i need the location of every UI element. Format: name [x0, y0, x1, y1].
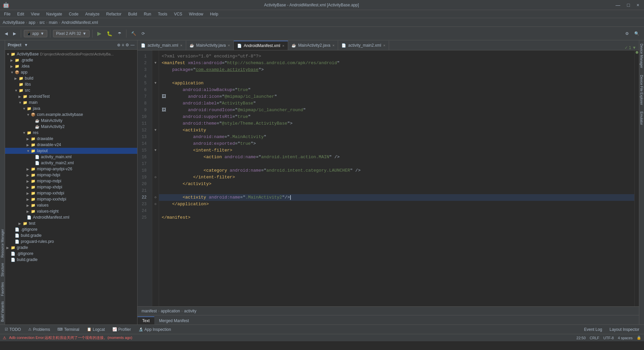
build-button[interactable]: 🔨: [129, 30, 138, 37]
favorites-tab[interactable]: Favorites: [0, 279, 5, 299]
settings-button[interactable]: ⚙: [623, 30, 631, 37]
status-indent[interactable]: 4 spaces: [618, 336, 633, 340]
breadcrumb-project[interactable]: ActivityBase: [3, 20, 24, 25]
menu-view[interactable]: View: [28, 11, 42, 17]
bottom-nav-manifest[interactable]: manifest: [142, 309, 157, 313]
menu-analyze[interactable]: Analyze: [83, 11, 102, 17]
breadcrumb-main[interactable]: main: [49, 20, 57, 25]
tree-mipmap-xxxhdpi[interactable]: ▶ 📁 mipmap-xxxhdpi: [5, 196, 137, 202]
menu-refactor[interactable]: Refactor: [104, 11, 124, 17]
structure-tab[interactable]: Structure: [0, 260, 5, 279]
menu-run[interactable]: Run: [141, 11, 154, 17]
fg-23[interactable]: ◇: [152, 201, 159, 208]
tab-activity-main2-close[interactable]: ×: [383, 43, 385, 47]
device-dropdown[interactable]: Pixel 2 API 32 ▼: [53, 30, 90, 37]
tree-test-folder[interactable]: ▶ 📁 test: [5, 220, 137, 226]
fg-19[interactable]: ◇: [152, 174, 159, 181]
tree-java-folder[interactable]: ▼ 📁 java: [5, 105, 137, 112]
debug-button[interactable]: 🐛: [105, 30, 114, 38]
fg-5[interactable]: ▼: [152, 80, 159, 87]
run-button[interactable]: ▶: [95, 29, 103, 38]
tab-mainactivity2-java[interactable]: ☕ MainActivity2.java ×: [288, 41, 338, 50]
tab-activity-main-close[interactable]: ×: [180, 43, 182, 47]
terminal-tab[interactable]: ⌨ Terminal: [54, 326, 83, 333]
tree-root[interactable]: ▼ 📁 ActivityBase D:\project\AndroidStudi…: [5, 51, 137, 57]
tree-package[interactable]: ▼ 📦 com.example.activitybase: [5, 112, 137, 118]
tree-mipmap-xxhdpi[interactable]: ▶ 📁 mipmap-xxhdpi: [5, 190, 137, 196]
tab-androidmanifest[interactable]: 📄 AndroidManifest.xml ×: [234, 41, 288, 50]
tree-src-folder[interactable]: ▼ 📁 src: [5, 87, 137, 93]
app-dropdown[interactable]: 📱 app ▼: [24, 30, 47, 37]
tree-build-folder[interactable]: ▶ 📁 build: [5, 75, 137, 81]
menu-navigate[interactable]: Navigate: [44, 11, 65, 17]
tree-drawable-v24-folder[interactable]: ▶ 📁 drawable-v24: [5, 142, 137, 148]
breadcrumb-file[interactable]: AndroidManifest.xml: [61, 20, 98, 25]
tree-androidtest-folder[interactable]: ▶ 📁 androidTest: [5, 93, 137, 99]
menu-build[interactable]: Build: [125, 11, 140, 17]
tree-mainactivity[interactable]: ☕ MainActivity: [5, 118, 137, 124]
tab-activity-main2-xml[interactable]: 📄 activity_main2.xml ×: [338, 41, 389, 50]
fg-12[interactable]: ▼: [152, 127, 159, 134]
forward-button[interactable]: ▶: [11, 30, 18, 37]
tab-merged-manifest[interactable]: Merged Manifest: [154, 317, 194, 324]
menu-code[interactable]: Code: [66, 11, 81, 17]
tree-mipmap-xhdpi[interactable]: ▶ 📁 mipmap-xhdpi: [5, 184, 137, 190]
layout-inspector-tab[interactable]: Layout Inspector: [606, 326, 643, 333]
app-inspection-tab[interactable]: 🔬 App Inspection: [135, 326, 174, 333]
resource-manager-tab[interactable]: Resource Manager: [0, 226, 5, 260]
tree-activity-main2-xml[interactable]: 📄 activity_main2.xml: [5, 160, 137, 166]
fg-2[interactable]: ▼: [152, 60, 159, 67]
tree-root-gitignore[interactable]: 📄 .gitignore: [5, 251, 137, 257]
search-button[interactable]: 🔍: [632, 30, 641, 37]
tab-mainactivity-java[interactable]: ☕ MainActivity.java ×: [186, 41, 234, 50]
tree-gradle-root[interactable]: ▶ 📁 gradle: [5, 245, 137, 251]
panel-action-settings[interactable]: ⚙: [125, 43, 129, 47]
menu-help[interactable]: Help: [207, 11, 221, 17]
project-dropdown-arrow[interactable]: ▼: [24, 43, 28, 47]
tree-root-build-gradle[interactable]: 📄 build.gradle: [5, 257, 137, 263]
coverage-button[interactable]: ☂: [116, 30, 123, 37]
tree-idea-folder[interactable]: ▶ 📁 .idea: [5, 63, 137, 69]
todo-tab[interactable]: ☑ TODO: [1, 326, 24, 333]
device-file-explorer-tab[interactable]: Device File Explorer: [639, 72, 644, 108]
tree-main-folder[interactable]: ▼ 📁 main: [5, 99, 137, 105]
problems-tab[interactable]: ⚠ Problems: [25, 326, 53, 333]
tab-mainactivity-close[interactable]: ×: [228, 43, 230, 47]
menu-file[interactable]: File: [1, 11, 13, 17]
tab-text-mode[interactable]: Text: [138, 316, 154, 324]
tree-values-folder[interactable]: ▶ 📁 values: [5, 202, 137, 208]
tab-mainactivity2-close[interactable]: ×: [332, 43, 334, 47]
breadcrumb-src[interactable]: src: [39, 20, 45, 25]
tree-androidmanifest[interactable]: 📄 AndroidManifest.xml: [5, 214, 137, 220]
fg-22[interactable]: ◇: [152, 194, 159, 201]
tree-gradle-folder[interactable]: ▶ 📁 .gradle: [5, 57, 137, 63]
code-editor[interactable]: 1 2 3 4 5 6 7 8 9 10 11 12 13 14 15 16 1…: [138, 50, 639, 306]
menu-tools[interactable]: Tools: [155, 11, 170, 17]
close-button[interactable]: ×: [635, 2, 641, 8]
tab-androidmanifest-close[interactable]: ×: [282, 44, 284, 48]
tree-build-gradle[interactable]: 📄 build.gradle: [5, 232, 137, 238]
event-log-tab[interactable]: Event Log: [581, 326, 605, 333]
tab-activity-main-xml[interactable]: 📄 activity_main.xml ×: [138, 41, 186, 50]
panel-action-close[interactable]: —: [130, 43, 135, 47]
panel-action-sync[interactable]: ⊕: [117, 43, 120, 47]
status-crlf[interactable]: CRLF: [590, 336, 599, 340]
status-line-col[interactable]: 22:50: [577, 336, 586, 340]
minimize-button[interactable]: —: [613, 2, 622, 8]
bottom-nav-activity[interactable]: activity: [184, 309, 197, 313]
menu-edit[interactable]: Edit: [14, 11, 27, 17]
tree-mipmap-hdpi[interactable]: ▶ 📁 mipmap-hdpi: [5, 172, 137, 178]
sync-button[interactable]: ⟳: [140, 30, 147, 37]
logcat-tab[interactable]: 📋 Logcat: [84, 326, 108, 333]
device-manager-tab[interactable]: Device Manager: [639, 40, 644, 72]
tree-res-folder[interactable]: ▼ 📁 res: [5, 130, 137, 136]
tree-mainactivity2[interactable]: ☕ MainActivity2: [5, 124, 137, 130]
tree-mipmap-anydpi[interactable]: ▶ 📁 mipmap-anydpi-v26: [5, 166, 137, 172]
back-button[interactable]: ◀: [3, 30, 10, 37]
code-content[interactable]: <?xml version="1.0" encoding="utf-8"?> <…: [159, 50, 634, 306]
maximize-button[interactable]: □: [625, 2, 632, 8]
tree-mipmap-mdpi[interactable]: ▶ 📁 mipmap-mdpi: [5, 178, 137, 184]
status-encoding[interactable]: UTF-8: [603, 336, 614, 340]
build-variants-tab[interactable]: Build Variants: [0, 299, 5, 324]
tree-activity-main-xml[interactable]: 📄 activity_main.xml: [5, 154, 137, 160]
